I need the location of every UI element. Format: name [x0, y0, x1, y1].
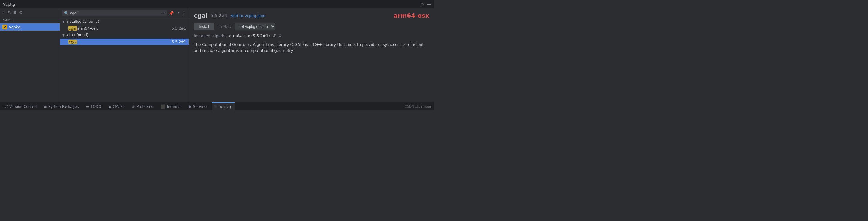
statusbar-python-packages[interactable]: ≡ Python Packages — [40, 102, 82, 110]
main-content: + ✎ 🗑 ⚙ Name V vcpkg 🔍 ✕ 📌 ↺ ⋮ — [0, 8, 434, 102]
installed-cgal-row[interactable]: cgalarm64-osx 5.5.2#1 — [60, 25, 189, 31]
triplet-refresh-icon[interactable]: ↺ — [272, 33, 276, 38]
installed-cgal-version: 5.5.2#1 — [172, 26, 186, 31]
statusbar-items: ⎇ Version Control ≡ Python Packages ☰ TO… — [0, 102, 235, 110]
statusbar-version-control[interactable]: ⎇ Version Control — [0, 102, 40, 110]
terminal-icon: ⬛ — [160, 104, 165, 109]
all-cgal-highlight: cgal — [68, 40, 77, 44]
python-packages-icon: ≡ — [44, 104, 47, 109]
services-icon: ▶ — [189, 104, 192, 109]
titlebar-title: Vcpkg — [3, 2, 15, 7]
search-bar: 🔍 ✕ 📌 ↺ ⋮ — [60, 8, 189, 18]
terminal-label: Terminal — [166, 105, 182, 109]
statusbar-vcpkg[interactable]: ≡ Vcpkg — [212, 102, 235, 110]
more-icon[interactable]: ⋮ — [182, 11, 186, 15]
detail-version: 5.5.2#1 — [211, 13, 228, 18]
all-label: All (1 found) — [66, 33, 89, 37]
sidebar: + ✎ 🗑 ⚙ Name V vcpkg — [0, 8, 60, 102]
sidebar-settings-icon[interactable]: ⚙ — [19, 10, 23, 15]
detail-description: The Computational Geometry Algorithms Li… — [194, 42, 429, 53]
cmake-icon: ▲ — [108, 104, 112, 109]
todo-icon: ☰ — [86, 104, 90, 109]
statusbar-right: CSDN @Linxsen — [402, 105, 434, 108]
vcpkg-icon: V — [2, 25, 7, 29]
detail-title: cgal — [194, 12, 208, 19]
statusbar-services[interactable]: ▶ Services — [185, 102, 212, 110]
detail-actions: Install Triplet: Let vcpkg decide arm64-… — [194, 23, 429, 30]
search-input[interactable] — [70, 11, 160, 15]
package-toolbar-icons: 📌 ↺ ⋮ — [168, 11, 186, 15]
detail-header: cgal 5.5.2#1 Add to vcpkg.json arm64-osx — [194, 12, 429, 19]
add-icon[interactable]: + — [2, 10, 6, 15]
installed-chevron: ▼ — [62, 20, 65, 23]
installed-section-header[interactable]: ▼ Installed (1 found) — [60, 18, 189, 25]
installed-triplet-value: arm64-osx (5.5.2#1) — [229, 34, 270, 38]
sidebar-toolbar: + ✎ 🗑 ⚙ — [0, 8, 60, 17]
package-panel: 🔍 ✕ 📌 ↺ ⋮ ▼ Installed (1 found) cgalarm6… — [60, 8, 189, 102]
installed-cgal-suffix: arm64-osx — [77, 26, 98, 31]
detail-panel: cgal 5.5.2#1 Add to vcpkg.json arm64-osx… — [189, 8, 434, 102]
all-chevron: ▼ — [62, 34, 65, 37]
triplet-label: Triplet: — [218, 24, 231, 29]
titlebar-controls: ⚙ — — [420, 2, 431, 7]
install-button[interactable]: Install — [194, 23, 214, 30]
all-cgal-name: cgal — [68, 40, 77, 44]
version-control-label: Version Control — [9, 105, 37, 109]
triplet-select[interactable]: Let vcpkg decide arm64-osx x64-osx — [235, 23, 275, 30]
add-to-vcpkg-link[interactable]: Add to vcpkg.json — [231, 13, 266, 18]
search-icon: 🔍 — [64, 11, 69, 15]
cmake-label: CMake — [113, 105, 125, 109]
all-section-header[interactable]: ▼ All (1 found) — [60, 31, 189, 39]
titlebar: Vcpkg ⚙ — — [0, 0, 434, 8]
statusbar-terminal[interactable]: ⬛ Terminal — [157, 102, 185, 110]
search-input-wrapper: 🔍 ✕ — [62, 10, 167, 16]
version-control-icon: ⎇ — [4, 104, 8, 109]
vcpkg-status-icon: ≡ — [215, 105, 219, 109]
installed-label: Installed (1 found) — [66, 20, 99, 24]
refresh-icon[interactable]: ↺ — [176, 11, 180, 15]
pin-icon[interactable]: 📌 — [168, 11, 174, 15]
python-packages-label: Python Packages — [48, 105, 79, 109]
minimize-icon[interactable]: — — [427, 2, 431, 7]
search-clear-icon[interactable]: ✕ — [162, 11, 165, 15]
edit-icon[interactable]: ✎ — [8, 10, 11, 15]
sidebar-item-label: vcpkg — [9, 25, 21, 29]
triplet-close-icon[interactable]: ✕ — [278, 33, 282, 38]
installed-triplets-label: Installed triplets: — [194, 34, 227, 38]
detail-arm-label: arm64-osx — [394, 12, 429, 19]
all-cgal-version: 5.5.2#1 — [172, 40, 186, 44]
statusbar-problems[interactable]: ⚠ Problems — [128, 102, 157, 110]
statusbar-todo[interactable]: ☰ TODO — [83, 102, 105, 110]
sidebar-header: Name — [0, 17, 60, 23]
installed-cgal-highlight: cgal — [68, 26, 77, 31]
delete-icon[interactable]: 🗑 — [13, 10, 17, 15]
statusbar-cmake[interactable]: ▲ CMake — [105, 102, 128, 110]
problems-icon: ⚠ — [132, 104, 135, 109]
settings-icon[interactable]: ⚙ — [420, 2, 424, 7]
problems-label: Problems — [136, 105, 153, 109]
all-cgal-row[interactable]: cgal 5.5.2#1 — [60, 39, 189, 45]
vcpkg-status-label: Vcpkg — [220, 105, 231, 109]
installed-triplets-row: Installed triplets: arm64-osx (5.5.2#1) … — [194, 33, 429, 38]
services-label: Services — [193, 105, 208, 109]
package-list: ▼ Installed (1 found) cgalarm64-osx 5.5.… — [60, 18, 189, 102]
installed-cgal-name: cgalarm64-osx — [68, 26, 98, 31]
statusbar: ⎇ Version Control ≡ Python Packages ☰ TO… — [0, 102, 434, 110]
todo-label: TODO — [91, 105, 101, 109]
sidebar-item-vcpkg[interactable]: V vcpkg — [0, 23, 60, 31]
